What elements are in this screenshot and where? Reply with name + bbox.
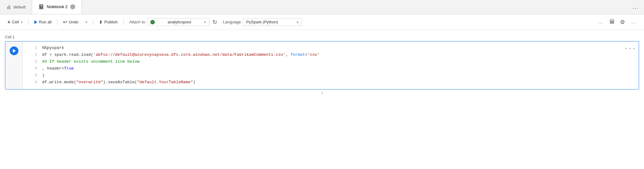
tab-notebook2[interactable]: 📓 Notebook 2 xyxy=(32,0,82,14)
undo-icon: ↩ xyxy=(63,19,67,25)
cell-collapse-bar[interactable]: ∧ xyxy=(5,89,639,96)
tab-notebook2-close[interactable] xyxy=(70,4,75,9)
table-icon: 🏛 xyxy=(609,19,615,25)
tab-notebook2-label: Notebook 2 xyxy=(47,4,68,9)
code-line-6-part-1: df.write.mode( xyxy=(42,79,76,86)
attach-to-dropdown[interactable]: analyticspool ∨ xyxy=(147,18,209,26)
overflow-icon: ... xyxy=(631,20,637,24)
line-number-1: 1 xyxy=(28,45,37,51)
code-line-6-part-3: ).saveAsTable( xyxy=(103,79,137,86)
cell-run-area[interactable] xyxy=(5,41,23,89)
code-line-2-part-4: format xyxy=(290,51,305,58)
refresh-icon: ↻ xyxy=(212,19,217,25)
code-line-3: 3 ## If header exists uncomment line bel… xyxy=(28,58,634,65)
cell-play-button[interactable] xyxy=(10,46,18,55)
run-all-play-icon xyxy=(34,20,37,24)
tab-default[interactable]: 🖨 default xyxy=(0,0,32,14)
publish-label: Publish xyxy=(104,20,118,24)
notebook-content: Cell 1 ··· 1 %%pyspark 2 df = spark.read… xyxy=(0,30,644,101)
code-line-2-part-5: = xyxy=(305,51,308,58)
toolbar-ellipsis-icon: ... xyxy=(598,20,603,24)
cell-label: Cell xyxy=(12,20,19,24)
cell-number-label: Cell 1 xyxy=(5,35,639,39)
run-all-label: Run all xyxy=(39,20,51,24)
code-line-2: 2 df = spark.read.load('abfss://default@… xyxy=(28,51,634,58)
cell-more-button[interactable]: ··· xyxy=(624,44,636,54)
publish-button[interactable]: ⬆ Publish xyxy=(96,18,120,26)
language-chevron-icon: ∨ xyxy=(296,20,299,24)
code-line-6: 6 df.write.mode("overwrite").saveAsTable… xyxy=(28,79,634,86)
code-line-2-part-2: 'abfss://default@azuresynapsesa.dfs.core… xyxy=(93,51,285,58)
code-line-4-part-2: True xyxy=(64,65,74,72)
tab-list: 🖨 default 📓 Notebook 2 xyxy=(0,0,82,14)
tab-bar-right: ... xyxy=(632,4,644,10)
run-all-button[interactable]: Run all xyxy=(32,18,54,26)
cell-1: ··· 1 %%pyspark 2 df = spark.read.load('… xyxy=(5,41,639,89)
code-line-4-part-1: , header= xyxy=(42,65,64,72)
default-tab-icon: 🖨 xyxy=(6,4,11,10)
toolbar-right: ... 🏛 ⚙ ... xyxy=(595,17,639,27)
undo-button[interactable]: ↩ Undo xyxy=(61,17,81,27)
cell-code-editor[interactable]: ··· 1 %%pyspark 2 df = spark.read.load('… xyxy=(23,41,639,89)
language-dropdown[interactable]: PySpark (Python) ∨ xyxy=(243,18,302,26)
line-number-2: 2 xyxy=(28,52,37,58)
code-line-2-part-1: df = spark.read.load( xyxy=(42,51,93,58)
code-line-6-part-4: "default.YourTableName" xyxy=(137,79,193,86)
publish-icon: ⬆ xyxy=(99,20,103,25)
code-line-4: 4 , header=True xyxy=(28,65,634,72)
line-number-5: 5 xyxy=(28,72,37,79)
separator-3 xyxy=(93,19,93,25)
code-line-2-part-6: 'csv' xyxy=(307,51,320,58)
settings-icon: ⚙ xyxy=(620,19,625,25)
language-label: Language xyxy=(223,20,241,24)
undo-label: Undo xyxy=(69,20,78,24)
tab-bar-more-button[interactable]: ... xyxy=(632,4,639,10)
pool-status-icon xyxy=(150,20,155,24)
cell-chevron-icon: ∨ xyxy=(21,20,23,24)
plus-icon: + xyxy=(7,19,10,25)
line-number-4: 4 xyxy=(28,65,37,72)
analytics-pool-label: analyticspool xyxy=(168,20,191,24)
settings-button[interactable]: ⚙ xyxy=(619,17,626,27)
code-line-5-text: ) xyxy=(42,72,45,79)
separator-2 xyxy=(57,19,57,25)
line-number-3: 3 xyxy=(28,59,37,65)
data-icon-button[interactable]: 🏛 xyxy=(608,17,616,27)
attach-chevron-icon: ∨ xyxy=(204,20,206,24)
notebook2-tab-icon: 📓 xyxy=(38,4,44,10)
attach-to-label: Attach to xyxy=(129,20,145,24)
cell-play-arrow-icon xyxy=(13,49,16,53)
undo-chevron-icon: ∨ xyxy=(85,20,87,24)
cell-button[interactable]: + Cell ∨ xyxy=(5,18,25,27)
undo-chevron-button[interactable]: ∨ xyxy=(83,19,90,25)
toolbar-more-button[interactable]: ... xyxy=(595,18,606,26)
separator-1 xyxy=(28,19,29,25)
code-line-6-part-2: "overwrite" xyxy=(76,79,103,86)
code-line-2-part-3: , xyxy=(285,51,290,58)
pyspark-label: PySpark (Python) xyxy=(246,20,278,24)
toolbar: + Cell ∨ Run all ↩ Undo ∨ ⬆ Publish Atta… xyxy=(0,14,644,30)
code-line-1-text: %%pyspark xyxy=(42,45,64,51)
code-line-5: 5 ) xyxy=(28,72,634,79)
code-line-3-text: ## If header exists uncomment line below xyxy=(42,58,139,65)
collapse-arrow-icon: ∧ xyxy=(321,91,324,95)
tab-bar: 🖨 default 📓 Notebook 2 ... xyxy=(0,0,644,14)
line-number-6: 6 xyxy=(28,79,37,85)
tab-default-label: default xyxy=(13,5,26,9)
code-line-1: 1 %%pyspark xyxy=(28,45,634,51)
code-line-6-part-5: ) xyxy=(193,79,196,86)
separator-4 xyxy=(123,19,124,25)
toolbar-overflow-button[interactable]: ... xyxy=(629,18,639,26)
refresh-button[interactable]: ↻ xyxy=(211,17,218,27)
